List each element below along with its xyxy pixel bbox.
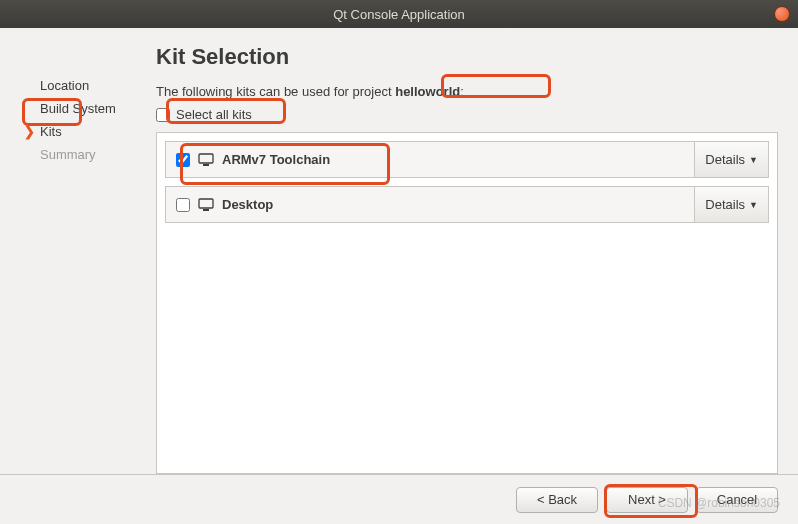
svg-rect-2: [199, 199, 213, 208]
next-button[interactable]: Next >: [606, 487, 688, 513]
sidebar-item-label: Location: [40, 78, 89, 93]
chevron-down-icon: ▼: [749, 155, 758, 165]
project-name: helloworld: [395, 84, 460, 99]
intro-text: The following kits can be used for proje…: [156, 84, 778, 99]
sidebar-item-location[interactable]: Location: [24, 74, 156, 97]
chevron-down-icon: ▼: [749, 200, 758, 210]
details-label: Details: [705, 197, 745, 212]
sidebar-item-kits[interactable]: ❯ Kits: [24, 120, 156, 143]
select-all-kits-checkbox[interactable]: [156, 108, 170, 122]
kit-checkbox[interactable]: [176, 153, 190, 167]
intro-prefix: The following kits can be used for proje…: [156, 84, 395, 99]
intro-suffix: :: [460, 84, 464, 99]
details-label: Details: [705, 152, 745, 167]
monitor-icon: [198, 198, 214, 212]
kit-row-armv7: ARMv7 Toolchain Details ▼: [165, 141, 769, 178]
kit-row-desktop: Desktop Details ▼: [165, 186, 769, 223]
wizard-sidebar: Location Build System ❯ Kits Summary: [24, 44, 156, 474]
monitor-icon: [198, 153, 214, 167]
sidebar-item-label: Kits: [40, 124, 62, 139]
arrow-icon: ❯: [24, 124, 36, 139]
svg-rect-1: [203, 164, 209, 166]
kit-checkbox[interactable]: [176, 198, 190, 212]
select-all-kits-row[interactable]: Select all kits: [156, 107, 778, 122]
kit-select-area[interactable]: ARMv7 Toolchain: [166, 142, 694, 177]
wizard-body: Location Build System ❯ Kits Summary Kit…: [0, 28, 798, 474]
svg-rect-0: [199, 154, 213, 163]
sidebar-item-label: Summary: [40, 147, 96, 162]
titlebar: Qt Console Application: [0, 0, 798, 28]
kit-name: Desktop: [222, 197, 273, 212]
kit-details-button[interactable]: Details ▼: [694, 187, 768, 222]
page-title: Kit Selection: [156, 44, 778, 70]
select-all-label: Select all kits: [176, 107, 252, 122]
back-button[interactable]: < Back: [516, 487, 598, 513]
sidebar-item-build-system[interactable]: Build System: [24, 97, 156, 120]
wizard-footer: < Back Next > Cancel: [0, 474, 798, 524]
cancel-button[interactable]: Cancel: [696, 487, 778, 513]
window-title: Qt Console Application: [333, 7, 465, 22]
sidebar-item-label: Build System: [40, 101, 116, 116]
kit-select-area[interactable]: Desktop: [166, 187, 694, 222]
close-icon[interactable]: [774, 6, 790, 22]
svg-rect-3: [203, 209, 209, 211]
kit-details-button[interactable]: Details ▼: [694, 142, 768, 177]
wizard-main: Kit Selection The following kits can be …: [156, 44, 778, 474]
kits-panel: ARMv7 Toolchain Details ▼ Desktop Detail…: [156, 132, 778, 474]
kit-name: ARMv7 Toolchain: [222, 152, 330, 167]
sidebar-item-summary: Summary: [24, 143, 156, 166]
